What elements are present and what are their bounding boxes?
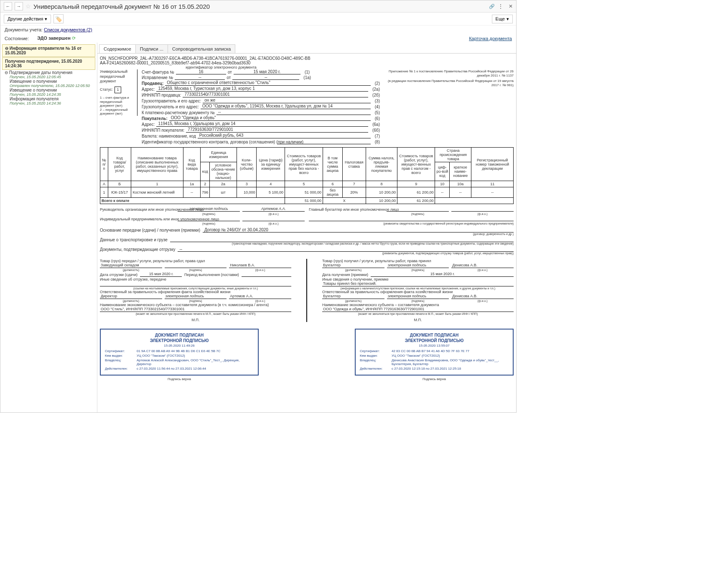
table-row: 1ЮК-15/17Костюм женский летний--796шт10,… (100, 187, 514, 198)
upd-left-block: Универсальный передаточный документ Стат… (100, 69, 137, 116)
toolbar: Другие действия ▾ 🏷️ Еще ▾ (0, 13, 516, 26)
tab-content[interactable]: Содержимое (99, 44, 136, 53)
status-box: 1 (115, 87, 121, 93)
more-button[interactable]: Еще ▾ (492, 15, 513, 23)
chevron-down-icon: ▾ (45, 16, 47, 22)
menu-icon[interactable]: ⋮ (498, 3, 504, 10)
nav-back-button[interactable]: ← (4, 2, 12, 10)
signature-stamp-2: ДОКУМЕНТ ПОДПИСАН ЭЛЕКТРОННОЙ ПОДПИСЬЮ 1… (355, 329, 514, 376)
link-icon[interactable]: 🔗 (489, 3, 495, 10)
transfer-right: Товар (груз) получил / услуги, результат… (322, 259, 514, 322)
window-title: Универсальный передаточный документ № 16… (33, 3, 486, 10)
doc-id-line1: ON_NSCHFDOPPR_2AL-A7303297-E6CA-4BD6-A73… (100, 56, 342, 61)
tree-icon-button[interactable]: 🏷️ (53, 14, 64, 23)
documents-list-link[interactable]: Список документов (2) (44, 27, 92, 32)
sidebar-confirm-date[interactable]: ⊖ Подтверждение даты получения (2, 70, 95, 75)
tab-signatures[interactable]: Подписи ... (135, 44, 168, 53)
close-icon[interactable]: ✕ (509, 3, 513, 9)
transfer-left: Товар (груз) передал / услуги, результат… (100, 259, 291, 322)
sidebar-recipient-info[interactable]: Информация получателя (2, 97, 95, 101)
favorite-icon[interactable]: ☆ (25, 3, 31, 10)
doc-id-line2: AA-F241A5260682-00001_20200515_83bb9ef7-… (100, 61, 342, 65)
refresh-icon[interactable]: ⟳ (72, 36, 76, 41)
document-area: ON_NSCHFDOPPR_2AL-A7303297-E6CA-4BD6-A73… (97, 54, 516, 412)
items-table: № п/пКод товара/ работ, услуг Наименован… (100, 147, 514, 204)
invoice-form: Счет-фактура №16от15 мая 2020 г.(1) Испр… (142, 69, 380, 145)
sidebar-confirm-received: Получено подтверждение, 15.05.2020 14:24… (2, 57, 95, 70)
signature-stamp-1: ДОКУМЕНТ ПОДПИСАН ЭЛЕКТРОННОЙ ПОДПИСЬЮ 1… (100, 329, 259, 376)
tabs: Содержимое Подписи ... Сопроводительная … (97, 43, 516, 54)
titlebar: ← → ☆ Универсальный передаточный докумен… (0, 0, 516, 13)
sidebar-notice-1[interactable]: Извещение о получении (2, 79, 95, 84)
sidebar-notice-2[interactable]: Извещение о получении (2, 88, 95, 92)
documents-accounting: Документы учета: Список документов (2) (0, 26, 516, 34)
other-actions-button[interactable]: Другие действия ▾ (4, 15, 51, 23)
sidebar: ⊖ Информация отправителя № 16 от 15.05.2… (0, 43, 97, 412)
tab-cover-note[interactable]: Сопроводительная записка (168, 44, 235, 53)
document-card-link[interactable]: Карточка документа (469, 36, 512, 41)
state-value: ЭДО завершен (37, 36, 71, 41)
app-window: ← → ☆ Универсальный передаточный докумен… (0, 0, 517, 413)
state-row: Состояние: ЭДО завершен ⟳ Карточка докум… (0, 34, 516, 43)
sidebar-sender-info[interactable]: ⊖ Информация отправителя № 16 от 15.05.2… (2, 44, 95, 57)
nav-forward-button[interactable]: → (15, 2, 23, 10)
